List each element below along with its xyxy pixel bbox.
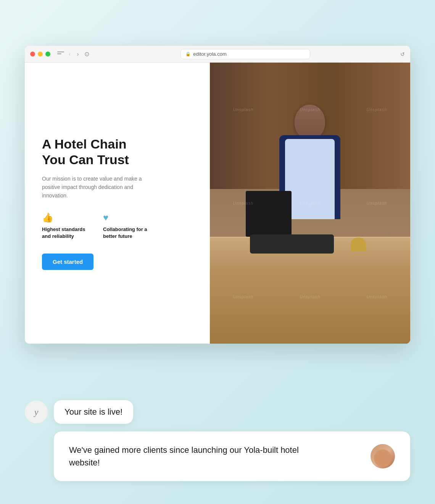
back-arrow-icon[interactable]: ‹	[67, 50, 72, 58]
traffic-lights	[30, 52, 50, 57]
feature-1-label: Highest standards and reliability	[42, 226, 92, 240]
browser-window: ‹ › ⊙ 🔒 editor.yola.com ↺ A Hotel Chain …	[25, 46, 410, 344]
testimonial-text: We've gained more clients since launchin…	[69, 444, 329, 469]
browser-titlebar: ‹ › ⊙ 🔒 editor.yola.com ↺	[25, 46, 410, 63]
user-avatar	[371, 444, 395, 468]
hero-title: A Hotel Chain You Can Trust	[42, 136, 193, 168]
forward-arrow-icon[interactable]: ›	[75, 50, 80, 58]
yola-letter: y	[34, 407, 39, 417]
address-bar[interactable]: 🔒 editor.yola.com	[180, 49, 310, 59]
hero-left: A Hotel Chain You Can Trust Our mission …	[25, 63, 210, 344]
testimonial-bubble: We've gained more clients since launchin…	[54, 431, 410, 481]
get-started-button[interactable]: Get started	[42, 254, 93, 270]
hotel-image: Unsplash Unsplash Unsplash Unsplash Unsp…	[210, 63, 410, 344]
browser-controls: ‹ ›	[57, 50, 81, 58]
chat-live-row: y Your site is live!	[25, 400, 410, 424]
sidebar-toggle-icon[interactable]	[57, 52, 64, 57]
live-message-text: Your site is live!	[64, 407, 122, 417]
feature-item-1: 👍 Highest standards and reliability	[42, 212, 92, 240]
minimize-button[interactable]	[38, 52, 43, 57]
feature-2-label: Collaborating for a better future	[103, 226, 153, 240]
reload-icon[interactable]: ↺	[400, 51, 405, 57]
close-button[interactable]	[30, 52, 35, 57]
yola-avatar: y	[25, 401, 48, 423]
brightness-icon: ⊙	[84, 50, 89, 58]
chat-section: y Your site is live! We've gained more c…	[25, 400, 410, 481]
hero-right: Unsplash Unsplash Unsplash Unsplash Unsp…	[210, 63, 410, 344]
features-row: 👍 Highest standards and reliability ♥ Co…	[42, 212, 193, 240]
maximize-button[interactable]	[45, 52, 50, 57]
hero-description: Our mission is to create value and make …	[42, 174, 156, 200]
heart-icon: ♥	[103, 212, 153, 223]
address-bar-wrap: 🔒 editor.yola.com	[95, 49, 396, 59]
unsplash-overlay: Unsplash Unsplash Unsplash Unsplash Unsp…	[210, 63, 410, 344]
user-avatar-face	[374, 449, 392, 467]
live-bubble: Your site is live!	[54, 400, 133, 424]
website-content: A Hotel Chain You Can Trust Our mission …	[25, 63, 410, 344]
lock-icon: 🔒	[185, 52, 191, 57]
feature-item-2: ♥ Collaborating for a better future	[103, 212, 153, 240]
thumbsup-icon: 👍	[42, 212, 92, 223]
url-text: editor.yola.com	[193, 51, 226, 57]
